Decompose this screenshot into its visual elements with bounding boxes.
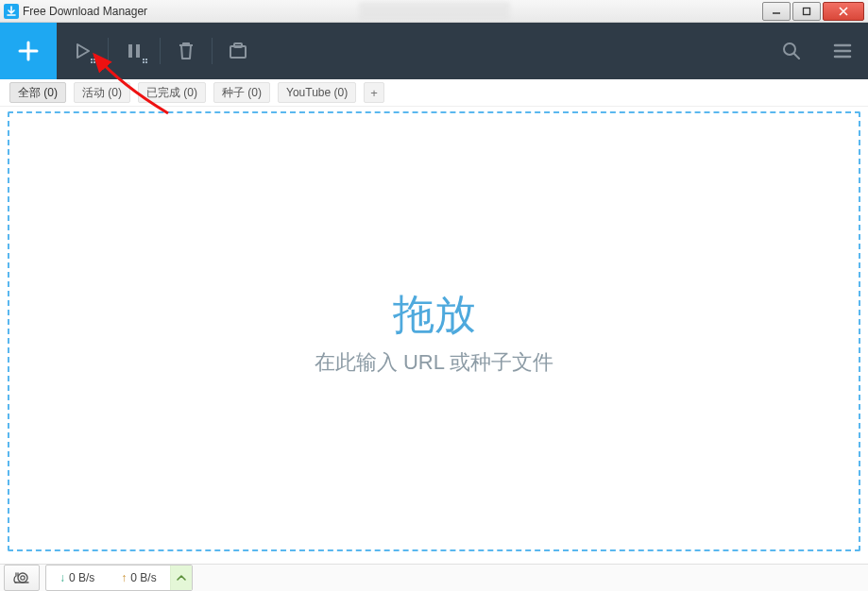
svg-line-8 bbox=[794, 54, 799, 59]
upload-speed-value: 0 B/s bbox=[130, 571, 156, 584]
pause-all-dots-icon bbox=[143, 59, 147, 63]
svg-point-7 bbox=[784, 43, 795, 55]
titlebar: Free Download Manager bbox=[0, 0, 868, 23]
app-window: Free Download Manager bbox=[0, 0, 868, 591]
filter-tabs: 全部 (0) 活动 (0) 已完成 (0) 种子 (0) YouTube (0)… bbox=[0, 79, 868, 107]
delete-button[interactable] bbox=[161, 23, 212, 79]
tab-completed[interactable]: 已完成 (0) bbox=[138, 82, 206, 103]
close-button[interactable] bbox=[823, 2, 864, 21]
speed-limit-button[interactable] bbox=[4, 565, 40, 591]
download-speed: ↓ 0 B/s bbox=[46, 571, 108, 584]
add-tab-button[interactable]: + bbox=[364, 82, 384, 103]
tab-youtube[interactable]: YouTube (0) bbox=[278, 82, 356, 103]
upload-arrow-icon: ↑ bbox=[121, 571, 127, 584]
window-controls bbox=[760, 2, 864, 21]
pause-button[interactable] bbox=[109, 23, 160, 79]
app-icon bbox=[4, 4, 19, 19]
svg-rect-3 bbox=[128, 44, 132, 58]
drop-zone[interactable]: 拖放 在此输入 URL 或种子文件 bbox=[8, 111, 860, 551]
chevron-up-icon bbox=[177, 574, 186, 582]
upload-speed: ↑ 0 B/s bbox=[108, 571, 169, 584]
add-download-button[interactable] bbox=[0, 23, 57, 79]
download-arrow-icon: ↓ bbox=[60, 571, 65, 584]
drop-title: 拖放 bbox=[393, 287, 476, 343]
toolbar-group-actions bbox=[57, 23, 264, 79]
tab-active[interactable]: 活动 (0) bbox=[74, 82, 130, 103]
start-all-dots-icon bbox=[91, 59, 95, 63]
minimize-button[interactable] bbox=[762, 2, 791, 21]
speed-indicator: ↓ 0 B/s ↑ 0 B/s bbox=[45, 565, 193, 591]
app-title: Free Download Manager bbox=[23, 5, 147, 18]
content-area: 拖放 在此输入 URL 或种子文件 bbox=[8, 111, 860, 551]
search-button[interactable] bbox=[766, 23, 817, 79]
status-bar: ↓ 0 B/s ↑ 0 B/s bbox=[0, 564, 868, 591]
svg-point-12 bbox=[18, 573, 27, 583]
toolbar-right bbox=[766, 23, 868, 79]
maximize-button[interactable] bbox=[792, 2, 821, 21]
open-folder-button[interactable] bbox=[213, 23, 264, 79]
svg-rect-4 bbox=[136, 44, 140, 58]
tab-torrents[interactable]: 种子 (0) bbox=[213, 82, 270, 103]
background-blur bbox=[359, 2, 510, 21]
speed-menu-button[interactable] bbox=[170, 566, 192, 590]
drop-subtitle: 在此输入 URL 或种子文件 bbox=[315, 348, 553, 377]
start-button[interactable] bbox=[57, 23, 108, 79]
svg-point-13 bbox=[21, 576, 25, 580]
menu-button[interactable] bbox=[817, 23, 868, 79]
main-toolbar bbox=[0, 23, 868, 79]
svg-rect-2 bbox=[804, 8, 810, 15]
tab-all[interactable]: 全部 (0) bbox=[9, 82, 66, 103]
snail-icon bbox=[12, 570, 31, 585]
download-speed-value: 0 B/s bbox=[69, 571, 94, 584]
